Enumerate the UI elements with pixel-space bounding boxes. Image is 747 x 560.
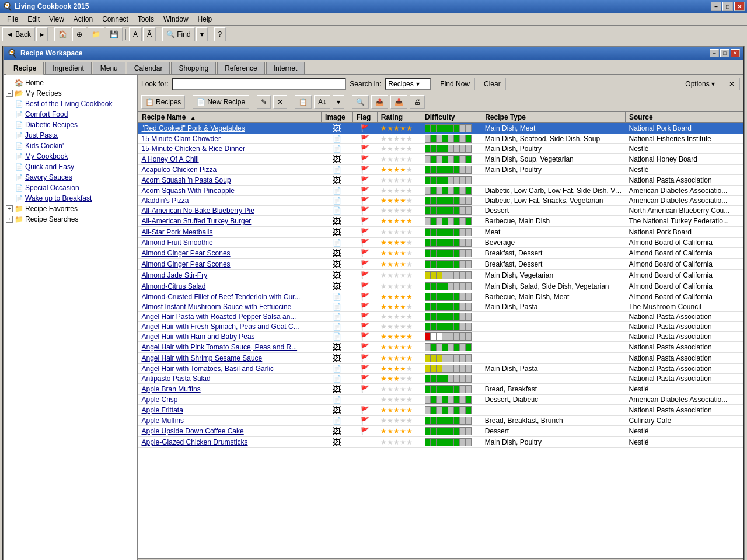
sidebar-item-myrecipes[interactable]: – 📂 My Recipes (4, 88, 137, 99)
sidebar-item-diabetic[interactable]: 📄 Diabetic Recipes (13, 120, 137, 130)
font-button[interactable]: A (129, 27, 142, 41)
table-row[interactable]: Almond Ginger Pear Scones🖼🚩★★★★★Breakfas… (138, 248, 743, 259)
clear-button[interactable]: Clear (479, 78, 506, 90)
table-row[interactable]: Almond Ginger Pear Scones🖼🚩★★★★★Breakfas… (138, 259, 743, 270)
recipe-name-cell[interactable]: Almond Ginger Pear Scones (138, 248, 322, 259)
print-button[interactable]: 🖨 (410, 95, 425, 109)
minimize-button[interactable]: – (711, 2, 721, 11)
sidebar-item-comfort[interactable]: 📄 Comfort Food (13, 109, 137, 120)
table-row[interactable]: Almond-Citrus Salad🖼🚩★★★★★Main Dish, Sal… (138, 281, 743, 292)
recipe-name-cell[interactable]: All-American Stuffed Turkey Burger (138, 216, 322, 227)
search2-button[interactable]: 🔍 (352, 95, 369, 109)
close-search-button[interactable]: ✕ (724, 78, 740, 90)
recipe-name-cell[interactable]: Angel Hair with Ham and Baby Peas (138, 332, 322, 342)
inner-close[interactable]: ✕ (731, 49, 740, 57)
filter-button[interactable]: ▾ (196, 27, 208, 41)
options-button[interactable]: Options ▾ (680, 78, 720, 90)
table-row[interactable]: Angel Hair with Tomatoes, Basil and Garl… (138, 364, 743, 374)
tab-ingredient[interactable]: Ingredient (45, 62, 91, 74)
import-button[interactable]: 📥 (390, 95, 407, 109)
table-row[interactable]: Almond Jade Stir-Fry🖼🚩★★★★★Main Dish, Ve… (138, 270, 743, 281)
table-row[interactable]: Apple Crisp📄★★★★★Dessert, DiabeticAmeric… (138, 395, 743, 405)
recipe-name-cell[interactable]: Acapulco Chicken Pizza (138, 165, 322, 175)
table-row[interactable]: 15-Minute Chicken & Rice Dinner📄🚩★★★★★Ma… (138, 144, 743, 154)
add-button[interactable]: ⊕ (72, 27, 86, 41)
table-row[interactable]: Acorn Squash 'n Pasta Soup🖼🚩★★★★★Nationa… (138, 175, 743, 186)
menu-edit[interactable]: Edit (23, 14, 44, 24)
table-row[interactable]: Almost Instant Mushroom Sauce with Fettu… (138, 302, 743, 312)
sidebar-item-sauces[interactable]: 📄 Savory Sauces (13, 172, 137, 183)
table-row[interactable]: 15 Minute Clam Chowder📄🚩★★★★★Main Dish, … (138, 134, 743, 144)
export-button[interactable]: 📤 (371, 95, 388, 109)
recipe-name-cell[interactable]: Angel Hair with Shrimp Sesame Sauce (138, 353, 322, 364)
recipe-name-cell[interactable]: All-Star Pork Meatballs (138, 227, 322, 238)
table-row[interactable]: All-American No-Bake Blueberry Pie📄🚩★★★★… (138, 206, 743, 216)
recipe-name-cell[interactable]: Apple Muffins (138, 416, 322, 426)
tab-menu[interactable]: Menu (93, 62, 125, 74)
tab-shopping[interactable]: Shopping (171, 62, 216, 74)
table-row[interactable]: Aladdin's Pizza📄🚩★★★★★Diabetic, Low Fat,… (138, 196, 743, 206)
recipe-name-cell[interactable]: Apple Frittata (138, 405, 322, 416)
table-row[interactable]: All-American Stuffed Turkey Burger🖼🚩★★★★… (138, 216, 743, 227)
back-button[interactable]: ◄ Back (2, 27, 35, 41)
recipe-name-cell[interactable]: Angel Hair with Fresh Spinach, Peas and … (138, 322, 322, 332)
recipe-name-cell[interactable]: Acorn Squash 'n Pasta Soup (138, 175, 322, 186)
edit-button[interactable]: ✎ (257, 95, 271, 109)
table-row[interactable]: Angel Hair with Shrimp Sesame Sauce🖼🚩★★★… (138, 353, 743, 364)
recipe-name-cell[interactable]: Apple Upside Down Coffee Cake (138, 426, 322, 437)
table-row[interactable]: "Red Cooked" Pork & Vegetables🖼🚩★★★★★Mai… (138, 123, 743, 134)
inner-maximize[interactable]: □ (720, 49, 729, 57)
new-recipe-button[interactable]: 📄 New Recipe (193, 95, 249, 109)
recipe-name-cell[interactable]: Apple Crisp (138, 395, 322, 405)
recipe-name-cell[interactable]: Acorn Squash With Pineapple (138, 186, 322, 196)
sidebar-item-favorites[interactable]: + 📁 Recipe Favorites (4, 204, 137, 214)
expander-myrecipes[interactable]: – (6, 90, 13, 97)
open-button[interactable]: 📁 (88, 27, 104, 41)
table-row[interactable]: A Honey Of A Chili🖼🚩★★★★★Main Dish, Soup… (138, 154, 743, 165)
sidebar-item-searches[interactable]: + 📁 Recipe Searches (4, 214, 137, 225)
expander-favorites[interactable]: + (6, 205, 13, 212)
menu-window[interactable]: Window (159, 14, 193, 24)
recipe-name-cell[interactable]: 15 Minute Clam Chowder (138, 134, 322, 144)
maximize-button[interactable]: □ (722, 2, 733, 11)
col-flag[interactable]: Flag (352, 112, 377, 123)
find-button[interactable]: 🔍 Find (162, 27, 195, 41)
menu-help[interactable]: Help (193, 14, 217, 24)
recipe-name-cell[interactable]: Almond-Citrus Salad (138, 281, 322, 292)
table-row[interactable]: Almond Fruit Smoothie📄🚩★★★★★BeverageAlmo… (138, 238, 743, 248)
recipe-name-cell[interactable]: Almond Jade Stir-Fry (138, 270, 322, 281)
home-button[interactable]: 🏠 (54, 27, 71, 41)
recipes-button[interactable]: 📋 Recipes (141, 95, 185, 109)
col-rating[interactable]: Rating (377, 112, 421, 123)
col-source[interactable]: Source (626, 112, 743, 123)
search-in-combo[interactable]: Recipes ▾ (385, 78, 431, 90)
forward-button[interactable]: ▸ (36, 27, 48, 41)
recipe-name-cell[interactable]: Aladdin's Pizza (138, 196, 322, 206)
recipe-name-cell[interactable]: "Red Cooked" Pork & Vegetables (138, 123, 322, 134)
menu-file[interactable]: File (2, 14, 23, 24)
menu-view[interactable]: View (44, 14, 69, 24)
save-button[interactable]: 💾 (106, 27, 123, 41)
table-row[interactable]: Angel Hair with Pink Tomato Sauce, Peas … (138, 342, 743, 353)
recipe-name-cell[interactable]: Antipasto Pasta Salad (138, 374, 322, 384)
sidebar-item-bestof[interactable]: 📄 Best of the Living Cookbook (13, 99, 137, 109)
recipe-name-cell[interactable]: Almost Instant Mushroom Sauce with Fettu… (138, 302, 322, 312)
table-row[interactable]: Apple Muffins📄🚩★★★★★Bread, Breakfast, Br… (138, 416, 743, 426)
sidebar-item-wakeup[interactable]: 📄 Wake up to Breakfast (13, 193, 137, 204)
recipe-name-cell[interactable]: Angel Hair with Pink Tomato Sauce, Peas … (138, 342, 322, 353)
table-row[interactable]: Apple-Glazed Chicken Drumsticks🖼★★★★★Mai… (138, 437, 743, 448)
col-recipe-name[interactable]: Recipe Name ▲ (138, 112, 322, 123)
recipe-name-cell[interactable]: A Honey Of A Chili (138, 154, 322, 165)
sort-button[interactable]: A↕ (314, 95, 330, 109)
tab-reference[interactable]: Reference (217, 62, 264, 74)
table-row[interactable]: Apple Upside Down Coffee Cake🖼🚩★★★★★Dess… (138, 426, 743, 437)
find-now-button[interactable]: Find Now (435, 78, 475, 90)
table-row[interactable]: Acorn Squash With Pineapple📄🚩★★★★★Diabet… (138, 186, 743, 196)
search-input[interactable] (172, 78, 347, 90)
inner-minimize[interactable]: – (710, 49, 719, 57)
table-row[interactable]: Apple Bran Muffins🖼🚩★★★★★Bread, Breakfas… (138, 384, 743, 395)
recipe-name-cell[interactable]: All-American No-Bake Blueberry Pie (138, 206, 322, 216)
copy-button[interactable]: 📋 (295, 95, 312, 109)
sort-arrow[interactable]: ▾ (333, 95, 344, 109)
sidebar-item-special[interactable]: 📄 Special Occasion (13, 183, 137, 193)
